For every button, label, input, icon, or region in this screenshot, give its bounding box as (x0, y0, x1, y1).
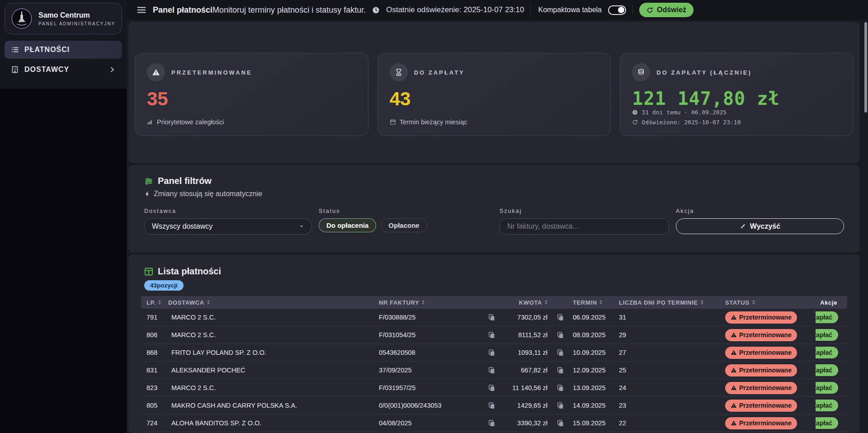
pay-button[interactable]: Zapłać (816, 417, 838, 429)
stat-label: DO ZAPŁATY (ŁĄCZNIE) (656, 69, 751, 76)
cell-lp: 831 (141, 367, 168, 374)
stat-footer-line: Odświeżono: 2025-10-07 23:10 (632, 119, 841, 126)
sort-icon (545, 300, 547, 305)
pay-button[interactable]: Zapłać (816, 382, 838, 394)
search-input[interactable] (500, 218, 669, 235)
pay-button[interactable]: Zapłać (816, 311, 838, 323)
cell-due-date: 15.09.2025 (573, 419, 619, 427)
scrollbar-thumb[interactable] (864, 22, 867, 113)
cell-invoice: 0543620508 (379, 349, 481, 356)
col-dostawca[interactable]: DOSTAWCA (168, 299, 379, 306)
copy-amount-button[interactable] (547, 402, 573, 409)
copy-invoice-button[interactable] (481, 402, 502, 409)
pay-button[interactable]: Zapłać (816, 329, 838, 341)
copy-amount-button[interactable] (547, 331, 573, 339)
status-badge: Przeterminowane (725, 311, 797, 324)
status-filter-do-oplacenia[interactable]: Do opłacenia (319, 218, 376, 232)
cell-supplier: MARCO 2 S.C. (168, 384, 379, 391)
warning-icon (731, 367, 737, 373)
compact-table-toggle[interactable] (608, 5, 626, 15)
table-row: 806 MARCO 2 S.C. F/031054/25 8111,52 zł … (141, 326, 847, 344)
col-liczba-dni[interactable]: LICZBA DNI PO TERMINIE (619, 299, 725, 306)
cell-amount: 11 140,56 zł (502, 384, 547, 391)
status-filter-oplacone[interactable]: Opłacone (381, 218, 427, 232)
sidebar-item-dostawcy[interactable]: DOSTAWCY (5, 61, 122, 79)
stat-footer-text: Termin bieżący miesiąc (400, 118, 467, 126)
sort-icon (422, 300, 425, 305)
cell-actions: Zapłać (816, 329, 847, 341)
copy-amount-button[interactable] (547, 419, 573, 427)
sidebar-item-platnosci[interactable]: PŁATNOŚCI (5, 41, 122, 59)
status-label: Status (319, 208, 493, 214)
stat-card-header: DO ZAPŁATY (390, 63, 599, 81)
sidebar-item-label: PŁATNOŚCI (24, 46, 70, 54)
table-row: 724 ALOHA BANDITOS SP. Z O.O. 04/08/2025… (141, 414, 847, 432)
sort-icon (599, 300, 602, 305)
brand-text: Samo Centrum PANEL ADMINISTRACYJNY (38, 11, 115, 26)
cell-invoice: F/031957/25 (379, 384, 481, 391)
stat-footer-text: 31 dni temu · 06.09.2025 (642, 109, 726, 116)
pay-button[interactable]: Zapłać (816, 364, 838, 376)
cell-lp: 724 (141, 419, 168, 427)
col-nr-faktury[interactable]: NR FAKTURY (379, 299, 481, 306)
copy-icon (557, 402, 564, 409)
copy-amount-button[interactable] (547, 384, 573, 392)
clear-filters-button[interactable]: Wyczyść (676, 218, 844, 234)
cell-status: Przeterminowane (725, 364, 816, 377)
copy-amount-button[interactable] (547, 367, 573, 374)
cell-supplier: ALOHA BANDITOS SP. Z O.O. (168, 419, 379, 427)
menu-toggle-button[interactable] (137, 5, 146, 15)
copy-invoice-button[interactable] (481, 367, 502, 374)
search-label: Szukaj (500, 208, 669, 214)
cell-invoice: 04/08/2025 (379, 419, 481, 427)
page-heading: Panel płatnościMonitoruj terminy płatnoś… (153, 5, 366, 15)
status-badge-label: Przeterminowane (739, 419, 792, 427)
hamburger-icon (137, 5, 146, 15)
col-termin[interactable]: TERMIN (573, 299, 619, 306)
stat-card-do-zaplaty-lacznie: DO ZAPŁATY (ŁĄCZNIE) 121 147,80 zł 31 dn… (620, 53, 854, 136)
action-label: Akcja (676, 208, 844, 214)
warning-icon (731, 349, 737, 356)
pay-button[interactable]: Zapłać (816, 347, 838, 358)
supplier-select[interactable]: Wszyscy dostawcy (144, 218, 312, 235)
cell-amount: 1093,11 zł (502, 349, 547, 356)
supplier-filter-group: Dostawca Wszyscy dostawcy (144, 208, 312, 235)
table-icon (144, 267, 153, 276)
status-badge-label: Przeterminowane (739, 331, 792, 339)
pay-button[interactable]: Zapłać (816, 400, 838, 411)
app-window: Samo Centrum PANEL ADMINISTRACYJNY PŁATN… (0, 0, 868, 433)
copy-invoice-button[interactable] (481, 419, 502, 427)
copy-invoice-button[interactable] (481, 314, 502, 321)
cell-invoice: 0/0(001)0006/243053 (379, 402, 481, 409)
copy-amount-button[interactable] (547, 349, 573, 357)
col-status[interactable]: STATUS (725, 299, 816, 306)
cell-days-overdue: 22 (619, 419, 725, 427)
copy-icon (557, 384, 564, 392)
bar-chart-icon (147, 119, 153, 125)
cell-supplier: FRITO LAY POLAND SP. Z O.O. (168, 349, 379, 356)
copy-amount-button[interactable] (547, 314, 573, 321)
stat-label: PRZETERMINOWANE (171, 69, 252, 76)
cell-days-overdue: 27 (619, 349, 725, 356)
copy-invoice-button[interactable] (481, 384, 502, 392)
copy-invoice-button[interactable] (481, 349, 502, 357)
caret-down-icon (299, 224, 304, 229)
cell-copy-invoice (481, 402, 502, 409)
table-header: LP. DOSTAWCA NR FAKTURY KWOTA TERMIN LIC… (141, 296, 847, 309)
col-lp[interactable]: LP. (141, 299, 168, 306)
status-badge: Przeterminowane (725, 364, 797, 377)
copy-icon (488, 331, 495, 339)
refresh-button[interactable]: Odśwież (639, 3, 693, 17)
cell-actions: Zapłać (816, 311, 847, 323)
copy-invoice-button[interactable] (481, 331, 502, 339)
cell-status: Przeterminowane (725, 347, 816, 359)
warning-icon (147, 63, 165, 81)
refresh-icon (632, 119, 638, 125)
supplier-label: Dostawca (144, 208, 312, 214)
brand-subtitle: PANEL ADMINISTRACYJNY (38, 21, 115, 26)
stat-value: 43 (390, 89, 599, 108)
brand-card[interactable]: Samo Centrum PANEL ADMINISTRACYJNY (5, 3, 122, 34)
copy-icon (557, 331, 564, 339)
col-kwota[interactable]: KWOTA (502, 299, 547, 306)
stat-footer-text: Priorytetowe zaległości (157, 118, 224, 126)
